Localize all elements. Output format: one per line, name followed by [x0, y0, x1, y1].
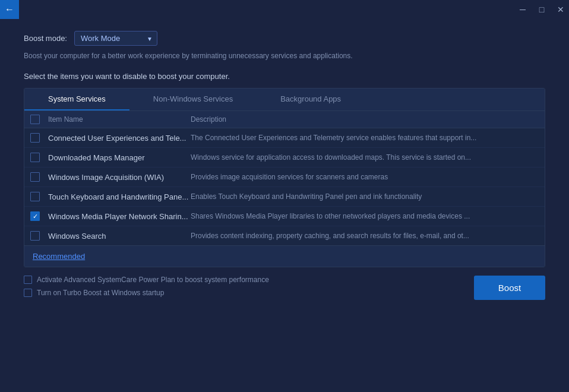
boost-mode-label: Boost mode: [24, 34, 67, 43]
row-desc-0: The Connected User Experiences and Telem… [191, 134, 539, 142]
maximize-button[interactable]: □ [533, 1, 550, 18]
minimize-button[interactable]: ─ [514, 1, 531, 18]
row-checkbox-3[interactable] [30, 192, 40, 201]
table-header: Item Name Description [24, 111, 545, 128]
back-button[interactable]: ← [0, 0, 19, 19]
row-name-2: Windows Image Acquisition (WIA) [48, 173, 191, 182]
select-items-label: Select the items you want to disable to … [24, 72, 545, 81]
footer-options: Activate Advanced SystemCare Power Plan … [24, 276, 269, 297]
footer-option-1-label: Activate Advanced SystemCare Power Plan … [37, 276, 269, 284]
footer-option-2-label: Turn on Turbo Boost at Windows startup [37, 289, 164, 297]
boost-button[interactable]: Boost [474, 276, 545, 300]
tab-system-services[interactable]: System Services [24, 88, 129, 110]
row-checkbox-1[interactable] [30, 153, 40, 162]
table-row: Downloaded Maps Manager Windows service … [24, 148, 545, 167]
footer-checkbox-1[interactable] [24, 276, 32, 284]
row-checkbox-2[interactable] [30, 172, 40, 182]
table-row: Windows Search Provides content indexing… [24, 226, 545, 245]
footer-option-2: Turn on Turbo Boost at Windows startup [24, 289, 269, 297]
close-button[interactable]: ✕ [552, 1, 569, 18]
row-name-0: Connected User Experiences and Tele... [48, 134, 191, 143]
boost-description: Boost your computer for a better work ex… [24, 52, 545, 60]
row-desc-3: Enables Touch Keyboard and Handwriting P… [191, 192, 539, 201]
row-desc-2: Provides image acquisition services for … [191, 173, 539, 181]
column-header-desc: Description [191, 115, 539, 124]
row-name-5: Windows Search [48, 232, 191, 241]
footer-section: Activate Advanced SystemCare Power Plan … [24, 267, 545, 300]
row-checkbox-0[interactable] [30, 133, 40, 143]
tab-background-apps[interactable]: Background Apps [257, 88, 365, 110]
table-row: Connected User Experiences and Tele... T… [24, 128, 545, 148]
row-desc-4: Shares Windows Media Player libraries to… [191, 212, 539, 220]
tab-non-windows-services[interactable]: Non-Windows Services [129, 88, 257, 110]
table-body: Connected User Experiences and Tele... T… [24, 128, 545, 245]
recommended-link[interactable]: Recommended [24, 245, 545, 267]
services-table: System Services Non-Windows Services Bac… [24, 88, 545, 267]
boost-mode-select[interactable]: Work Mode Game Mode Economy Mode [74, 31, 157, 46]
table-row: Windows Media Player Network Sharin... S… [24, 207, 545, 226]
footer-option-1: Activate Advanced SystemCare Power Plan … [24, 276, 269, 284]
row-name-1: Downloaded Maps Manager [48, 153, 191, 162]
header-checkbox[interactable] [30, 115, 40, 124]
table-row: Windows Image Acquisition (WIA) Provides… [24, 167, 545, 187]
tabs-row: System Services Non-Windows Services Bac… [24, 88, 545, 111]
row-checkbox-4[interactable] [30, 211, 40, 221]
row-desc-1: Windows service for application access t… [191, 153, 539, 162]
column-header-name: Item Name [48, 115, 191, 124]
footer-checkbox-2[interactable] [24, 289, 32, 297]
row-checkbox-5[interactable] [30, 231, 40, 241]
table-row: Touch Keyboard and Handwriting Pane... E… [24, 187, 545, 207]
row-desc-5: Provides content indexing, property cach… [191, 232, 539, 240]
back-icon: ← [5, 4, 14, 15]
row-name-3: Touch Keyboard and Handwriting Pane... [48, 192, 191, 201]
row-name-4: Windows Media Player Network Sharin... [48, 212, 191, 221]
